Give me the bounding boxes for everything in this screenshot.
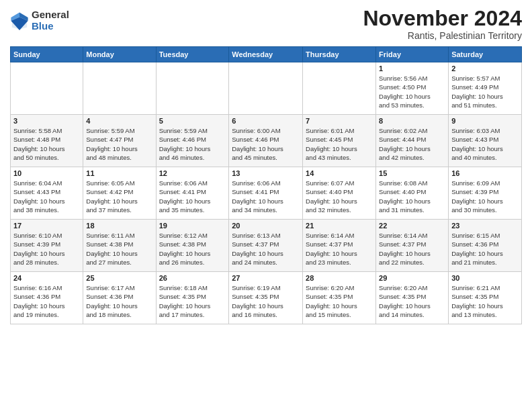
calendar-cell: 27Sunrise: 6:19 AM Sunset: 4:35 PM Dayli… (229, 272, 303, 324)
logo-icon (10, 11, 29, 30)
calendar-cell: 16Sunrise: 6:09 AM Sunset: 4:39 PM Dayli… (449, 167, 522, 220)
day-number: 8 (379, 117, 445, 125)
day-number: 30 (451, 274, 519, 282)
calendar-cell: 24Sunrise: 6:16 AM Sunset: 4:36 PM Dayli… (11, 272, 83, 324)
day-info: Sunrise: 6:20 AM Sunset: 4:35 PM Dayligh… (306, 283, 373, 319)
day-info: Sunrise: 6:01 AM Sunset: 4:45 PM Dayligh… (306, 126, 373, 162)
header: General Blue November 2024 Rantis, Pales… (10, 7, 522, 41)
calendar-cell: 28Sunrise: 6:20 AM Sunset: 4:35 PM Dayli… (303, 272, 376, 324)
calendar-table: SundayMondayTuesdayWednesdayThursdayFrid… (10, 46, 522, 324)
calendar-cell: 23Sunrise: 6:15 AM Sunset: 4:36 PM Dayli… (449, 220, 522, 272)
calendar-header-thursday: Thursday (303, 47, 376, 62)
calendar-cell: 21Sunrise: 6:14 AM Sunset: 4:37 PM Dayli… (303, 220, 376, 272)
calendar-cell: 15Sunrise: 6:08 AM Sunset: 4:40 PM Dayli… (376, 167, 449, 220)
calendar-cell: 8Sunrise: 6:02 AM Sunset: 4:44 PM Daylig… (376, 115, 449, 167)
day-number: 25 (86, 274, 152, 282)
day-info: Sunrise: 6:10 AM Sunset: 4:39 PM Dayligh… (13, 231, 80, 267)
calendar-cell: 12Sunrise: 6:06 AM Sunset: 4:41 PM Dayli… (156, 167, 229, 220)
day-number: 26 (159, 274, 226, 282)
calendar-cell: 11Sunrise: 6:05 AM Sunset: 4:42 PM Dayli… (83, 167, 156, 220)
day-info: Sunrise: 6:03 AM Sunset: 4:43 PM Dayligh… (451, 126, 519, 162)
day-info: Sunrise: 6:14 AM Sunset: 4:37 PM Dayligh… (379, 231, 445, 267)
calendar-cell: 20Sunrise: 6:13 AM Sunset: 4:37 PM Dayli… (229, 220, 303, 272)
day-info: Sunrise: 6:16 AM Sunset: 4:36 PM Dayligh… (13, 283, 80, 319)
calendar-cell (156, 62, 229, 115)
logo-text: General Blue (32, 9, 69, 32)
day-number: 29 (379, 274, 445, 282)
calendar-header-tuesday: Tuesday (156, 47, 229, 62)
day-info: Sunrise: 6:17 AM Sunset: 4:36 PM Dayligh… (86, 283, 152, 319)
day-info: Sunrise: 5:59 AM Sunset: 4:47 PM Dayligh… (86, 126, 152, 162)
day-info: Sunrise: 6:21 AM Sunset: 4:35 PM Dayligh… (451, 283, 519, 319)
day-number: 21 (306, 222, 373, 230)
day-info: Sunrise: 5:59 AM Sunset: 4:46 PM Dayligh… (159, 126, 226, 162)
day-info: Sunrise: 6:14 AM Sunset: 4:37 PM Dayligh… (306, 231, 373, 267)
day-number: 3 (13, 117, 80, 125)
calendar-header-wednesday: Wednesday (229, 47, 303, 62)
day-number: 1 (379, 64, 445, 73)
calendar-cell (303, 62, 376, 115)
day-number: 12 (159, 169, 226, 177)
calendar-cell: 19Sunrise: 6:12 AM Sunset: 4:38 PM Dayli… (156, 220, 229, 272)
calendar-header-friday: Friday (376, 47, 449, 62)
day-number: 5 (159, 117, 226, 125)
month-title: November 2024 (363, 7, 522, 30)
day-number: 22 (379, 222, 445, 230)
day-number: 2 (451, 64, 519, 73)
day-info: Sunrise: 6:06 AM Sunset: 4:41 PM Dayligh… (232, 179, 300, 214)
day-number: 20 (232, 222, 300, 230)
day-number: 24 (13, 274, 80, 282)
calendar-week-2: 3Sunrise: 5:58 AM Sunset: 4:48 PM Daylig… (11, 115, 522, 167)
calendar-header-sunday: Sunday (11, 47, 83, 62)
day-number: 6 (232, 117, 300, 125)
day-number: 15 (379, 169, 445, 177)
day-info: Sunrise: 6:12 AM Sunset: 4:38 PM Dayligh… (159, 231, 226, 267)
day-info: Sunrise: 6:20 AM Sunset: 4:35 PM Dayligh… (379, 283, 445, 319)
calendar-cell: 7Sunrise: 6:01 AM Sunset: 4:45 PM Daylig… (303, 115, 376, 167)
calendar-cell: 10Sunrise: 6:04 AM Sunset: 4:43 PM Dayli… (11, 167, 83, 220)
day-info: Sunrise: 6:05 AM Sunset: 4:42 PM Dayligh… (86, 179, 152, 214)
day-info: Sunrise: 5:58 AM Sunset: 4:48 PM Dayligh… (13, 126, 80, 162)
calendar-header-row: SundayMondayTuesdayWednesdayThursdayFrid… (11, 47, 522, 62)
day-number: 28 (306, 274, 373, 282)
day-number: 11 (86, 169, 152, 177)
day-info: Sunrise: 6:04 AM Sunset: 4:43 PM Dayligh… (13, 179, 80, 214)
calendar-header-monday: Monday (83, 47, 156, 62)
calendar-cell (83, 62, 156, 115)
day-info: Sunrise: 6:11 AM Sunset: 4:38 PM Dayligh… (86, 231, 152, 267)
calendar-cell: 9Sunrise: 6:03 AM Sunset: 4:43 PM Daylig… (449, 115, 522, 167)
day-info: Sunrise: 6:13 AM Sunset: 4:37 PM Dayligh… (232, 231, 300, 267)
day-number: 10 (13, 169, 80, 177)
calendar-cell: 3Sunrise: 5:58 AM Sunset: 4:48 PM Daylig… (11, 115, 83, 167)
logo: General Blue (10, 9, 69, 32)
day-info: Sunrise: 6:00 AM Sunset: 4:46 PM Dayligh… (232, 126, 300, 162)
day-number: 27 (232, 274, 300, 282)
day-number: 4 (86, 117, 152, 125)
logo-blue: Blue (32, 21, 69, 32)
calendar-cell (229, 62, 303, 115)
calendar-cell: 29Sunrise: 6:20 AM Sunset: 4:35 PM Dayli… (376, 272, 449, 324)
calendar-cell: 30Sunrise: 6:21 AM Sunset: 4:35 PM Dayli… (449, 272, 522, 324)
day-number: 19 (159, 222, 226, 230)
calendar-header-saturday: Saturday (449, 47, 522, 62)
calendar-week-1: 1Sunrise: 5:56 AM Sunset: 4:50 PM Daylig… (11, 62, 522, 115)
day-number: 23 (451, 222, 519, 230)
day-info: Sunrise: 5:56 AM Sunset: 4:50 PM Dayligh… (379, 74, 445, 109)
calendar-cell: 4Sunrise: 5:59 AM Sunset: 4:47 PM Daylig… (83, 115, 156, 167)
day-info: Sunrise: 6:06 AM Sunset: 4:41 PM Dayligh… (159, 179, 226, 214)
calendar-cell: 13Sunrise: 6:06 AM Sunset: 4:41 PM Dayli… (229, 167, 303, 220)
title-area: November 2024 Rantis, Palestinian Territ… (363, 7, 522, 41)
location: Rantis, Palestinian Territory (363, 30, 522, 41)
day-info: Sunrise: 6:02 AM Sunset: 4:44 PM Dayligh… (379, 126, 445, 162)
day-info: Sunrise: 5:57 AM Sunset: 4:49 PM Dayligh… (451, 74, 519, 109)
day-number: 7 (306, 117, 373, 125)
day-number: 18 (86, 222, 152, 230)
calendar-cell: 26Sunrise: 6:18 AM Sunset: 4:35 PM Dayli… (156, 272, 229, 324)
calendar-cell: 6Sunrise: 6:00 AM Sunset: 4:46 PM Daylig… (229, 115, 303, 167)
day-info: Sunrise: 6:18 AM Sunset: 4:35 PM Dayligh… (159, 283, 226, 319)
day-number: 13 (232, 169, 300, 177)
day-number: 9 (451, 117, 519, 125)
day-number: 16 (451, 169, 519, 177)
day-info: Sunrise: 6:08 AM Sunset: 4:40 PM Dayligh… (379, 179, 445, 214)
calendar-week-3: 10Sunrise: 6:04 AM Sunset: 4:43 PM Dayli… (11, 167, 522, 220)
